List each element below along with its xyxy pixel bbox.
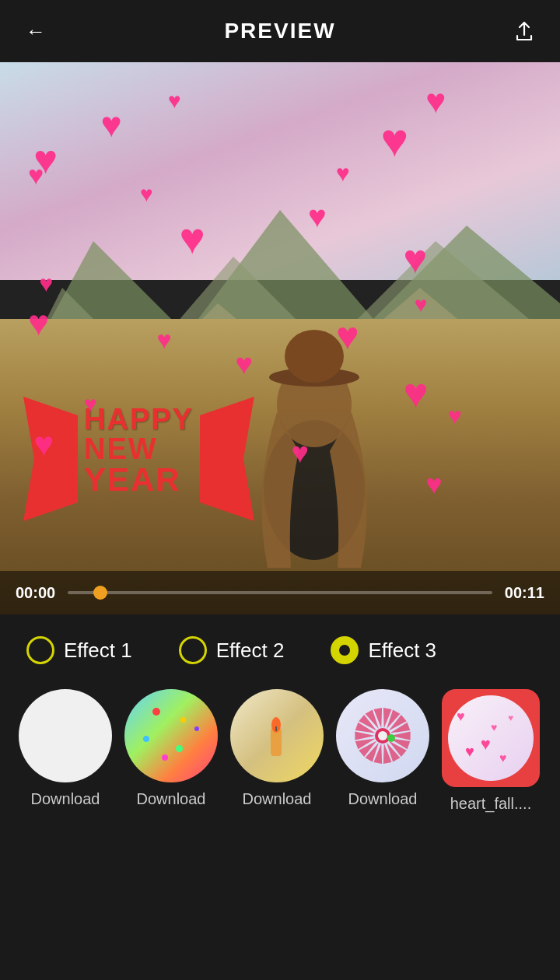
thumb-label-2: Download (137, 790, 206, 808)
effect-option-1[interactable]: Effect 1 (26, 636, 132, 664)
thumb-item-3[interactable]: Download (230, 689, 324, 808)
bottom-panel: Effect 1Effect 2Effect 3 DownloadDownloa… (0, 614, 560, 980)
svg-marker-19 (355, 732, 375, 740)
thumb-label-3: Download (243, 790, 312, 808)
thumb-circle-2 (124, 689, 218, 782)
thumb-label-1: Download (31, 790, 100, 808)
radio-effect-3[interactable] (331, 636, 359, 664)
effect-label-3: Effect 3 (368, 639, 436, 663)
hny-year: YEAR (84, 464, 194, 496)
thumb-circle-3 (230, 689, 324, 782)
timeline-scrubber[interactable] (93, 586, 107, 600)
hny-new: NEW (84, 434, 194, 464)
timeline-track[interactable] (68, 591, 492, 594)
preview-area: HAPPY NEW YEAR ♥♥♥♥♥♥♥♥♥♥♥♥♥♥♥♥♥♥♥♥♥♥♥ 0… (0, 62, 560, 614)
effects-row: Effect 1Effect 2Effect 3 (19, 636, 541, 664)
effect-label-2: Effect 2 (216, 639, 285, 663)
timecode-bar: 00:00 00:11 (0, 571, 560, 614)
thumb-item-5[interactable]: ♥♥♥♥♥♥heart_fall.... (442, 689, 540, 813)
thumb-circle-5: ♥♥♥♥♥♥ (448, 695, 534, 781)
time-start: 00:00 (16, 584, 55, 602)
thumb-item-2[interactable]: Download (124, 689, 218, 808)
thumb-circle-4 (336, 689, 429, 782)
thumb-item-4[interactable]: Download (336, 689, 429, 808)
svg-point-6 (285, 330, 344, 383)
effect-label-1: Effect 1 (64, 639, 132, 663)
effect-option-2[interactable]: Effect 2 (179, 636, 285, 664)
thumb-label-5: heart_fall.... (450, 795, 532, 813)
thumb-label-4: Download (348, 790, 418, 808)
header: ← PREVIEW (0, 0, 560, 62)
ribbon-left (23, 397, 78, 521)
ribbon-right (200, 397, 254, 521)
thumb-circle-1 (19, 689, 112, 782)
person-silhouette (229, 272, 400, 568)
hny-text: HAPPY NEW YEAR (78, 404, 200, 496)
page-title: PREVIEW (224, 19, 335, 44)
time-end: 00:11 (505, 584, 544, 602)
hny-overlay: HAPPY NEW YEAR (23, 397, 254, 521)
svg-point-30 (387, 734, 395, 742)
thumb-selected-wrapper: ♥♥♥♥♥♥ (442, 689, 540, 787)
thumbnails-row: DownloadDownload Download Download♥♥♥♥♥♥… (19, 689, 541, 821)
effect-option-3[interactable]: Effect 3 (331, 636, 436, 664)
radio-effect-1[interactable] (26, 636, 54, 664)
thumb-item-1[interactable]: Download (19, 689, 112, 808)
hny-happy: HAPPY (84, 404, 194, 434)
share-button[interactable] (507, 14, 541, 48)
radio-effect-2[interactable] (179, 636, 207, 664)
svg-point-29 (378, 731, 387, 740)
back-button[interactable]: ← (19, 14, 53, 48)
